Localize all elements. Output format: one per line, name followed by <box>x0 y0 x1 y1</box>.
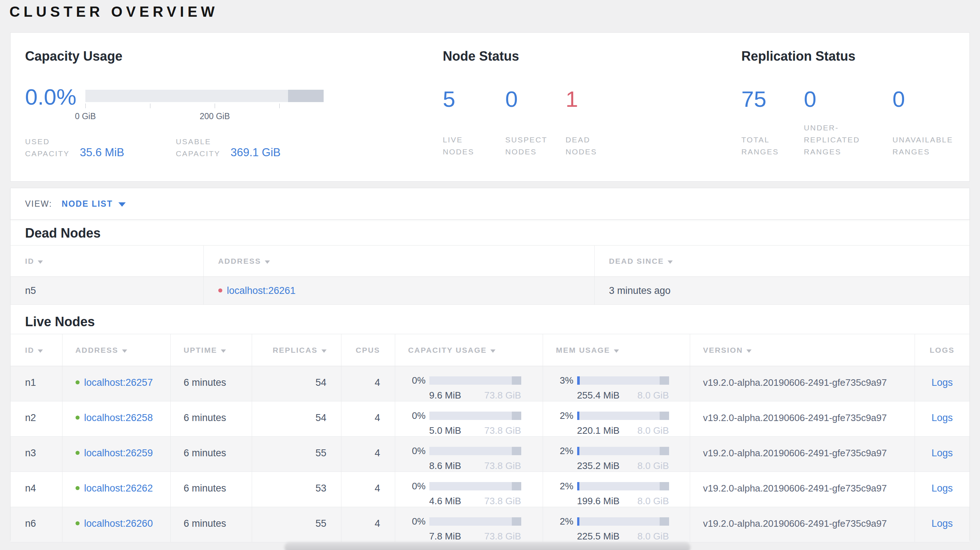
cpus-cell: 4 <box>341 507 395 542</box>
node-id-cell: n2 <box>11 401 62 437</box>
column-header-address[interactable]: ADDRESS <box>204 246 594 277</box>
capacity-axis: 0 GiB200 GiB <box>85 102 324 124</box>
node-address-link[interactable]: localhost:26261 <box>227 285 296 296</box>
capacity-used-value: 5.0 MiB <box>430 425 461 436</box>
column-header-mem-usage[interactable]: MEM USAGE <box>542 334 690 366</box>
memory-usage-percent: 2% <box>553 516 574 527</box>
column-header-id[interactable]: ID <box>11 334 62 366</box>
cluster-summary-panel: Capacity Usage 0.0% 0 GiB200 GiB USEDCAP… <box>10 32 970 182</box>
logs-link[interactable]: Logs <box>931 448 953 458</box>
memory-bar-reserved-segment <box>660 482 669 490</box>
memory-used-value: 225.5 MiB <box>577 531 620 542</box>
column-header-version[interactable]: VERSION <box>690 334 915 366</box>
capacity-bar-reserved-segment <box>512 517 521 526</box>
cpus-cell: 4 <box>341 366 395 401</box>
sort-caret-icon <box>746 350 751 353</box>
memory-usage-percent: 2% <box>553 410 574 421</box>
logs-cell: Logs <box>915 472 969 507</box>
live-node-row: n6localhost:262606 minutes5540%7.8 MiB73… <box>11 507 969 542</box>
page-title: CLUSTER OVERVIEW <box>10 4 218 20</box>
capacity-total-value: 73.8 GiB <box>484 531 521 542</box>
memory-usage-bar: 2% <box>543 445 690 457</box>
logs-link[interactable]: Logs <box>931 377 953 388</box>
version-cell: v19.2.0-alpha.20190606-2491-gfe735c9a97 <box>690 507 915 542</box>
node-address-link[interactable]: localhost:26258 <box>84 412 153 423</box>
uptime-cell: 6 minutes <box>170 366 252 401</box>
capacity-usage-percent: 0% <box>406 375 426 386</box>
memory-usage-percent: 3% <box>553 375 574 386</box>
live-node-row: n3localhost:262596 minutes5540%8.6 MiB73… <box>11 437 969 472</box>
logs-link[interactable]: Logs <box>931 518 953 529</box>
capacity-usage-percent: 0% <box>406 516 426 527</box>
column-header-logs: LOGS <box>915 334 969 366</box>
sort-caret-icon <box>321 350 326 353</box>
view-selector-dropdown[interactable]: NODE LIST <box>62 199 126 209</box>
column-header-capacity-usage[interactable]: CAPACITY USAGE <box>395 334 542 366</box>
logs-link[interactable]: Logs <box>931 483 953 494</box>
horizontal-scrollbar-thumb[interactable] <box>285 542 690 550</box>
column-header-dead-since[interactable]: DEAD SINCE <box>594 246 969 277</box>
node-status-stat: 1DEADNODES <box>566 86 597 158</box>
nodes-panel: VIEW: NODE LIST Dead Nodes IDADDRESSDEAD… <box>10 188 970 540</box>
replication-status-stats: 75TOTALRANGES0UNDER-REPLICATEDRANGES0UNA… <box>741 86 953 158</box>
logs-link[interactable]: Logs <box>931 412 953 423</box>
capacity-axis-tick: 200 GiB <box>215 103 215 108</box>
live-nodes-table-header: IDADDRESSUPTIMEREPLICASCPUSCAPACITY USAG… <box>11 334 969 366</box>
replication-status-heading: Replication Status <box>741 49 856 64</box>
dead-nodes-table-header: IDADDRESSDEAD SINCE <box>11 246 969 277</box>
capacity-total-value: 73.8 GiB <box>484 390 521 401</box>
memory-used-value: 199.6 MiB <box>577 496 620 507</box>
logs-cell: Logs <box>915 507 969 542</box>
dead-nodes-heading: Dead Nodes <box>25 226 969 241</box>
node-status-label: DEADNODES <box>566 134 597 158</box>
uptime-cell: 6 minutes <box>170 401 252 437</box>
memory-bar-used-segment <box>577 412 579 420</box>
memory-bar-used-segment <box>577 447 579 455</box>
capacity-usage-bar: 0% <box>395 516 542 527</box>
column-header-cpus: CPUS <box>341 334 395 366</box>
capacity-stat-label: USEDCAPACITY <box>25 135 70 159</box>
node-address-cell: localhost:26262 <box>62 472 170 507</box>
node-status-stat: 0SUSPECTNODES <box>505 86 566 158</box>
sort-caret-icon <box>38 261 43 264</box>
column-header-uptime[interactable]: UPTIME <box>170 334 252 366</box>
memory-used-value: 220.1 MiB <box>577 425 620 436</box>
memory-usage-bar: 2% <box>543 481 690 492</box>
replication-value: 0 <box>804 86 892 112</box>
node-address-cell: localhost:26258 <box>62 401 170 437</box>
logs-cell: Logs <box>915 401 969 437</box>
memory-total-value: 8.0 GiB <box>638 496 669 507</box>
capacity-usage-percent: 0% <box>406 410 426 421</box>
capacity-usage-bar: 0 GiB200 GiB <box>85 90 324 124</box>
replicas-cell: 55 <box>252 437 341 472</box>
version-cell: v19.2.0-alpha.20190606-2491-gfe735c9a97 <box>690 366 915 401</box>
capacity-stat-value: 369.1 GiB <box>231 146 281 159</box>
node-status-value: 0 <box>505 86 566 112</box>
version-cell: v19.2.0-alpha.20190606-2491-gfe735c9a97 <box>690 472 915 507</box>
column-header-address[interactable]: ADDRESS <box>62 334 170 366</box>
replication-value: 0 <box>892 86 953 112</box>
capacity-usage-cell: 0%5.0 MiB73.8 GiB <box>395 401 542 437</box>
node-id-cell: n5 <box>11 277 204 305</box>
capacity-usage-percent: 0% <box>406 481 426 492</box>
live-node-row: n4localhost:262626 minutes5340%4.6 MiB73… <box>11 472 969 507</box>
node-address-link[interactable]: localhost:26260 <box>84 518 153 529</box>
column-header-replicas[interactable]: REPLICAS <box>252 334 341 366</box>
column-header-id[interactable]: ID <box>11 246 204 277</box>
capacity-total-value: 73.8 GiB <box>484 496 521 507</box>
node-status-value: 5 <box>443 86 505 112</box>
memory-usage-cell: 2%225.5 MiB8.0 GiB <box>542 507 690 542</box>
capacity-usage-percent: 0% <box>406 445 426 457</box>
capacity-usage-bar: 0% <box>395 375 542 386</box>
node-status-label: LIVENODES <box>443 134 505 158</box>
memory-used-value: 235.2 MiB <box>577 460 620 472</box>
capacity-axis-tick <box>279 103 280 108</box>
view-bar: VIEW: NODE LIST <box>11 188 969 220</box>
node-address-link[interactable]: localhost:26257 <box>84 377 153 388</box>
sort-caret-icon <box>122 350 127 353</box>
replication-label: UNDER-REPLICATEDRANGES <box>804 122 892 158</box>
node-id-cell: n4 <box>11 472 62 507</box>
node-address-link[interactable]: localhost:26259 <box>84 448 153 458</box>
capacity-usage-bar: 0% <box>395 445 542 457</box>
node-address-link[interactable]: localhost:26262 <box>84 483 153 494</box>
